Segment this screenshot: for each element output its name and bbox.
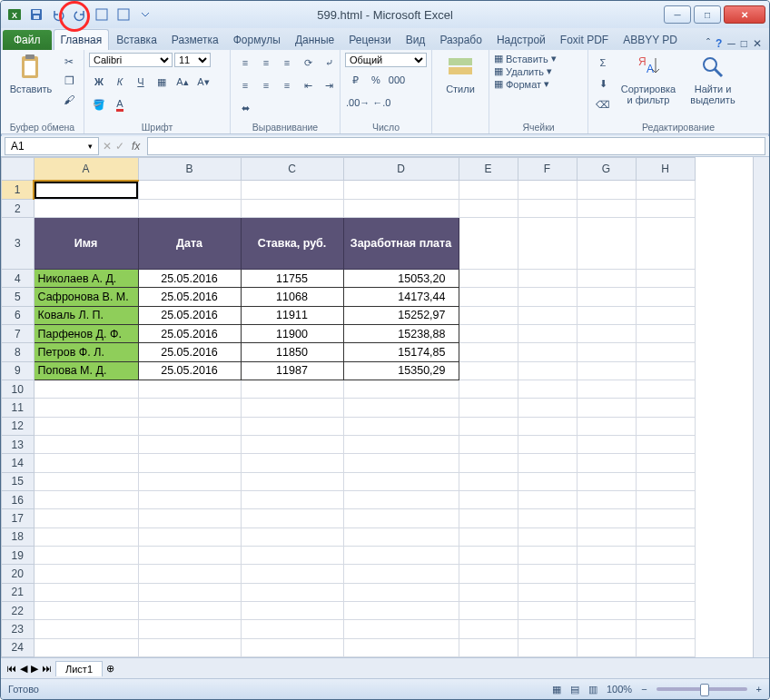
row-header-10[interactable]: 10	[2, 380, 35, 399]
cell[interactable]	[241, 565, 343, 583]
cell[interactable]	[34, 638, 138, 656]
underline-button[interactable]: Ч	[131, 72, 151, 92]
cell-salary[interactable]: 15238,88	[343, 325, 459, 343]
formula-input[interactable]	[147, 137, 765, 155]
spreadsheet-grid[interactable]: ABCDEFGH123ИмяДатаСтавка, руб.Заработная…	[1, 157, 696, 657]
cell[interactable]	[138, 565, 241, 583]
cell[interactable]	[34, 399, 138, 417]
ribbon-tab-разметка[interactable]: Разметка	[164, 29, 226, 50]
format-painter-icon[interactable]: 🖌	[59, 91, 79, 109]
cell-name[interactable]: Коваль Л. П.	[34, 306, 138, 324]
column-header-A[interactable]: A	[34, 158, 138, 181]
cell[interactable]	[459, 583, 518, 601]
cell[interactable]	[343, 638, 459, 656]
ribbon-tab-foxit pdf[interactable]: Foxit PDF	[553, 29, 616, 50]
cell-rate[interactable]: 11068	[241, 288, 343, 306]
cell[interactable]	[636, 399, 695, 417]
cell[interactable]	[459, 490, 518, 508]
cell[interactable]	[34, 181, 138, 200]
cell[interactable]	[343, 399, 459, 417]
cell[interactable]	[138, 454, 241, 472]
cell[interactable]	[636, 435, 695, 453]
cell[interactable]	[459, 527, 518, 546]
cell[interactable]	[577, 490, 636, 508]
cell[interactable]	[241, 583, 343, 601]
align-top-icon[interactable]: ≡	[235, 53, 255, 73]
cell[interactable]	[34, 472, 138, 490]
cell[interactable]	[636, 325, 695, 343]
cell-date[interactable]: 25.05.2016	[138, 288, 241, 306]
ribbon-tab-формулы[interactable]: Формулы	[226, 29, 288, 50]
cell[interactable]	[34, 583, 138, 601]
help-icon[interactable]: ?	[716, 37, 722, 50]
cell[interactable]	[518, 361, 577, 380]
cell[interactable]	[241, 200, 343, 218]
cell[interactable]	[241, 601, 343, 619]
table-header-cell[interactable]: Имя	[34, 218, 138, 270]
cell[interactable]	[577, 218, 636, 270]
cell[interactable]	[636, 620, 695, 638]
minimize-button[interactable]: ─	[664, 5, 691, 24]
align-middle-icon[interactable]: ≡	[256, 53, 276, 73]
close-button[interactable]: ✕	[724, 5, 765, 24]
cell[interactable]	[636, 509, 695, 527]
cell[interactable]	[138, 490, 241, 508]
column-header-G[interactable]: G	[577, 158, 636, 181]
cell[interactable]	[241, 546, 343, 564]
excel-icon[interactable]: X	[5, 5, 25, 25]
cell-name[interactable]: Сафронова В. М.	[34, 288, 138, 306]
cell[interactable]	[241, 490, 343, 508]
cell[interactable]	[577, 417, 636, 435]
ribbon-tab-рецензи[interactable]: Рецензи	[341, 29, 398, 50]
sheet-tab[interactable]: Лист1	[55, 661, 103, 676]
indent-increase-icon[interactable]: ⇥	[319, 75, 339, 95]
table-header-cell[interactable]: Дата	[138, 218, 241, 270]
border-button[interactable]: ▦	[152, 72, 172, 92]
font-increase-icon[interactable]: A▴	[173, 72, 192, 92]
view-layout-icon[interactable]: ▤	[570, 684, 579, 695]
cell[interactable]	[518, 638, 577, 656]
cell[interactable]	[343, 380, 459, 399]
row-header-3[interactable]: 3	[2, 218, 35, 270]
indent-decrease-icon[interactable]: ⇤	[298, 75, 318, 95]
cell[interactable]	[577, 288, 636, 306]
font-decrease-icon[interactable]: A▾	[193, 72, 213, 92]
cell[interactable]	[241, 399, 343, 417]
cell[interactable]	[636, 200, 695, 218]
row-header-23[interactable]: 23	[2, 620, 35, 638]
cell[interactable]	[459, 380, 518, 399]
vertical-scrollbar[interactable]	[753, 157, 769, 657]
zoom-out-icon[interactable]: −	[641, 684, 647, 695]
sheet-nav-first-icon[interactable]: ⏮	[6, 663, 16, 674]
cell[interactable]	[636, 218, 695, 270]
name-box[interactable]: A1▾	[5, 137, 99, 155]
cell[interactable]	[241, 181, 343, 200]
cell[interactable]	[138, 435, 241, 453]
font-size-select[interactable]: 11	[174, 53, 211, 67]
cell[interactable]	[34, 454, 138, 472]
cell[interactable]	[459, 306, 518, 324]
cell[interactable]	[138, 399, 241, 417]
row-header-20[interactable]: 20	[2, 565, 35, 583]
cell[interactable]	[343, 509, 459, 527]
cell[interactable]	[577, 620, 636, 638]
cell-name[interactable]: Парфенов Д. Ф.	[34, 325, 138, 343]
cell[interactable]	[241, 472, 343, 490]
align-center-icon[interactable]: ≡	[256, 75, 276, 95]
cell[interactable]	[577, 181, 636, 200]
cell[interactable]	[138, 546, 241, 564]
row-header-21[interactable]: 21	[2, 583, 35, 601]
cell[interactable]	[518, 218, 577, 270]
row-header-4[interactable]: 4	[2, 270, 35, 288]
row-header-18[interactable]: 18	[2, 527, 35, 546]
cell[interactable]	[343, 200, 459, 218]
row-header-12[interactable]: 12	[2, 417, 35, 435]
cell[interactable]	[343, 435, 459, 453]
cell[interactable]	[343, 454, 459, 472]
cell[interactable]	[459, 601, 518, 619]
cell[interactable]	[138, 417, 241, 435]
cell[interactable]	[636, 454, 695, 472]
cell[interactable]	[138, 601, 241, 619]
row-header-13[interactable]: 13	[2, 435, 35, 453]
cell-name[interactable]: Попова М. Д.	[34, 361, 138, 380]
